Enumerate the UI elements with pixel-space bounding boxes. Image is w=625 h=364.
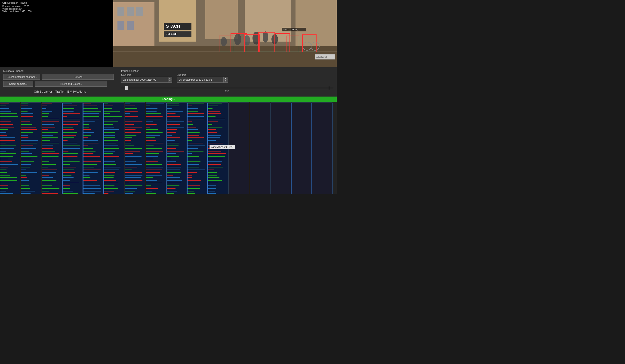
time-bar: [21, 121, 30, 122]
end-time-down[interactable]: ▼: [224, 80, 228, 83]
time-bar: [63, 188, 70, 189]
time-bar: [63, 124, 78, 125]
timeline-column[interactable]: [229, 103, 249, 194]
time-bar: [0, 159, 8, 159]
time-bar: [104, 143, 116, 143]
start-time-input[interactable]: [121, 77, 168, 82]
timeline-column[interactable]: [62, 103, 83, 194]
timeline-column[interactable]: [271, 103, 291, 194]
time-bar: [84, 172, 97, 173]
time-bar: [21, 183, 30, 183]
time-bar: [125, 193, 133, 194]
time-bar: [63, 193, 78, 194]
time-bar: [125, 119, 130, 119]
timeline-column[interactable]: [208, 103, 228, 194]
timeline-column[interactable]: [291, 103, 312, 194]
time-bar: [146, 132, 162, 133]
time-bar: [21, 167, 30, 168]
timeline-column[interactable]: [146, 103, 166, 194]
time-bar: [84, 175, 90, 175]
time-bar: [188, 143, 203, 143]
time-bar: [21, 138, 29, 138]
time-bar: [63, 167, 76, 168]
time-bar: [63, 119, 80, 119]
end-time-input[interactable]: [177, 77, 223, 82]
time-bar: [21, 106, 28, 106]
timeline-column[interactable]: [0, 103, 20, 194]
time-bar: [104, 116, 122, 117]
svg-point-21: [263, 31, 268, 43]
start-time-down[interactable]: ▼: [168, 80, 172, 83]
time-bar: [63, 127, 73, 128]
time-bar: [167, 132, 176, 133]
time-bar: [0, 148, 14, 149]
timeline-inner: [146, 103, 166, 194]
start-time-up[interactable]: ▲: [168, 77, 172, 80]
time-bar: [84, 180, 97, 181]
time-bar: [208, 143, 223, 143]
time-bar: [188, 185, 200, 186]
select-metadata-button[interactable]: Select metadata channel...: [3, 74, 40, 80]
time-bar: [63, 135, 76, 136]
time-bar: [21, 129, 37, 130]
time-bar: [0, 113, 17, 114]
time-bar: [21, 172, 37, 173]
time-bar: [42, 116, 48, 117]
time-bar: [188, 156, 199, 157]
top-info-panel: Orb Streamer - Traffic Frames per second…: [0, 0, 113, 67]
time-bar: [188, 153, 192, 154]
time-bar: [167, 164, 181, 165]
timeline-column[interactable]: [42, 103, 62, 194]
time-bar: [146, 159, 153, 159]
time-bar: [125, 156, 142, 157]
timeline-column[interactable]: [312, 103, 333, 194]
time-bar: [0, 172, 7, 173]
time-bar: [0, 124, 13, 125]
time-bar: [167, 103, 179, 104]
filters-button[interactable]: Filters and Colors...: [35, 81, 107, 87]
time-bar: [21, 127, 36, 128]
time-bar: [42, 148, 53, 149]
time-bar: [188, 177, 192, 178]
timeline-inner: [188, 103, 207, 194]
time-bar: [42, 129, 48, 130]
time-bar: [42, 103, 52, 104]
time-bar: [84, 111, 101, 112]
time-bar: [125, 143, 131, 143]
time-bar: [125, 129, 135, 130]
end-time-up[interactable]: ▲: [224, 77, 228, 80]
svg-rect-11: [118, 21, 125, 30]
time-bar: [104, 132, 115, 133]
timeline-area[interactable]: car 25/09/2020 18:23: [0, 102, 337, 194]
timeline-column[interactable]: [21, 103, 41, 194]
timeline-column[interactable]: car 25/09/2020 18:23: [187, 103, 208, 194]
time-bar: [63, 156, 77, 157]
time-bar: [42, 140, 50, 141]
time-bar: [104, 148, 119, 149]
timeline-column[interactable]: [166, 103, 187, 194]
slider-thumb[interactable]: [125, 86, 128, 90]
timeline-column[interactable]: [250, 103, 270, 194]
time-bar: [84, 140, 98, 141]
period-panel: Period selection Start time ▲ ▼ End time: [121, 70, 333, 94]
time-bar: [63, 121, 80, 122]
timeline-inner: [0, 103, 20, 194]
timeline-column[interactable]: [83, 103, 104, 194]
time-bar: [104, 169, 119, 170]
time-bar: [125, 169, 131, 170]
time-bar: [21, 156, 37, 157]
time-bar: [42, 124, 54, 125]
timeline-inner: [104, 103, 124, 194]
time-bar: [167, 113, 176, 114]
time-bar: [167, 177, 180, 178]
slider-label: Day: [225, 89, 229, 92]
refresh-button[interactable]: Refresh: [42, 74, 114, 80]
timeline-column[interactable]: [104, 103, 125, 194]
start-time-label: Start time: [121, 74, 172, 76]
select-camera-button[interactable]: Select camera...: [3, 81, 33, 87]
svg-text:schildper.nl: schildper.nl: [316, 56, 327, 58]
time-bar: [84, 191, 101, 192]
timeline-column[interactable]: [125, 103, 145, 194]
time-bar: [63, 145, 80, 146]
time-bar: [208, 164, 221, 165]
